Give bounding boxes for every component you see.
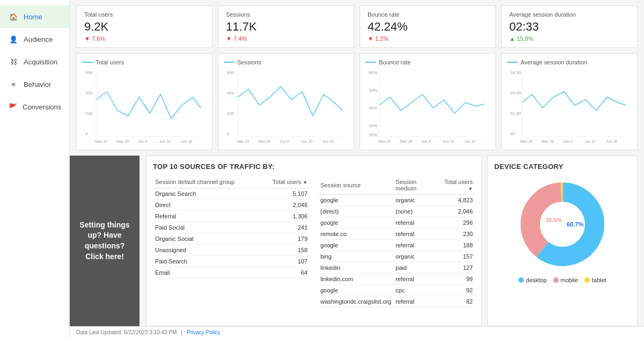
cta-box[interactable]: Setting things up? Have questions? Click… xyxy=(70,156,140,326)
users-cell: 4,823 xyxy=(438,195,475,206)
svg-text:60%: 60% xyxy=(369,70,377,75)
table-row: Organic Search5,107 xyxy=(153,188,310,200)
table-row: Paid Search107 xyxy=(153,256,310,267)
metric-total-users: Total users 9.2K ▼ 7.6% xyxy=(76,5,213,48)
legend-dot-mobile xyxy=(553,277,559,283)
sidebar-item-conversions[interactable]: 🚩 Conversions xyxy=(0,95,69,118)
source-cell: (direct) xyxy=(318,206,393,217)
users-cell: 5,107 xyxy=(260,188,310,200)
sidebar-item-acquisition[interactable]: ⛓ Acquisition xyxy=(0,50,69,73)
behavior-icon: ≡ xyxy=(9,79,18,89)
metric-value-1: 11.7K xyxy=(226,20,346,34)
sidebar-label-behavior: Behavior xyxy=(24,80,51,89)
chart-sessions: Sessions 600 400 200 0 May 23 May 29 Jun… xyxy=(218,53,354,150)
table-row: Paid Social241 xyxy=(153,222,310,233)
source-cell: linkedin.com xyxy=(318,274,393,285)
svg-text:01:30: 01:30 xyxy=(510,111,522,116)
table-row: linkedin.comreferral99 xyxy=(318,274,475,285)
svg-text:20%: 20% xyxy=(369,133,377,137)
users-cell: 230 xyxy=(438,229,475,240)
donut-container: 38.5% 60.7% desktop mobile xyxy=(494,176,631,283)
traffic-title: TOP 10 SOURCES OF TRAFFIC BY: xyxy=(153,163,475,171)
svg-text:Jun 10: Jun 10 xyxy=(443,139,454,143)
acquisition-icon: ⛓ xyxy=(9,57,18,67)
channel-cell: Unassigned xyxy=(153,245,260,256)
svg-text:May 23: May 23 xyxy=(520,139,532,143)
chart-avg-session: Average session duration 04:30 03:00 01:… xyxy=(501,53,638,150)
users-cell: 241 xyxy=(260,222,310,233)
users-cell: 296 xyxy=(438,217,475,229)
sidebar-item-home[interactable]: 🏠 Home xyxy=(0,5,69,28)
col-users-1[interactable]: Total users ▼ xyxy=(260,176,310,188)
col-users-2[interactable]: Total users ▼ xyxy=(438,176,475,195)
table-row: linkedinpaid127 xyxy=(318,262,475,274)
svg-text:04:30: 04:30 xyxy=(510,70,522,75)
table-channel: Session default channel group Total user… xyxy=(153,176,310,307)
users-cell: 64 xyxy=(260,267,310,278)
metric-change-0: ▼ 7.6% xyxy=(84,35,204,42)
svg-text:600: 600 xyxy=(227,70,235,75)
metric-label-2: Bounce rate xyxy=(368,11,488,18)
privacy-link[interactable]: Privacy Policy xyxy=(187,329,220,335)
svg-text:Jun 10: Jun 10 xyxy=(159,139,171,143)
footer-text: Data Last Updated: 6/22/2023 3:10:43 PM xyxy=(76,329,177,335)
table-source: Session source Session medium Total user… xyxy=(318,176,475,307)
medium-cell: referral xyxy=(393,274,438,285)
legend-label-tablet: tablet xyxy=(592,277,606,283)
chart-svg-1: 600 400 200 0 May 23 May 29 Jun 4 Jun 10… xyxy=(224,68,348,143)
col-source: Session source xyxy=(318,176,393,195)
svg-text:May 23: May 23 xyxy=(95,139,107,143)
table-row: Organic Social179 xyxy=(153,233,310,245)
metric-label-0: Total users xyxy=(84,11,204,18)
users-cell: 82 xyxy=(438,296,475,307)
home-icon: 🏠 xyxy=(9,12,18,21)
medium-cell: paid xyxy=(393,262,438,274)
svg-text:Jun 16: Jun 16 xyxy=(606,139,617,143)
table-row: Referral1,306 xyxy=(153,211,310,222)
chart-line-3 xyxy=(507,62,518,63)
users-cell: 127 xyxy=(438,262,475,274)
sidebar-item-behavior[interactable]: ≡ Behavior xyxy=(0,73,69,95)
medium-cell: cpc xyxy=(393,285,438,296)
users-cell: 107 xyxy=(260,256,310,267)
legend-label-mobile: mobile xyxy=(561,277,578,283)
sidebar-item-audience[interactable]: 👤 Audience xyxy=(0,28,69,50)
svg-text:May 29: May 29 xyxy=(541,139,554,143)
users-cell: 179 xyxy=(260,233,310,245)
tables-inner: Session default channel group Total user… xyxy=(153,176,475,307)
source-cell: google xyxy=(318,285,393,296)
users-cell: 99 xyxy=(438,274,475,285)
medium-cell: organic xyxy=(393,195,438,206)
main-content: Total users 9.2K ▼ 7.6% Sessions 11.7K ▼… xyxy=(70,0,644,338)
table-row: remote.coreferral230 xyxy=(318,229,475,240)
svg-text:40%: 40% xyxy=(369,106,377,111)
col-medium: Session medium xyxy=(393,176,438,195)
metric-label-1: Sessions xyxy=(226,11,346,18)
chart-total-users: Total users 600 400 200 0 May 23 May 29 … xyxy=(76,53,213,150)
svg-text:Jun 16: Jun 16 xyxy=(181,139,192,143)
table-row: bingorganic157 xyxy=(318,251,475,262)
traffic-tables: TOP 10 SOURCES OF TRAFFIC BY: Session de… xyxy=(146,156,482,326)
metric-change-3: ▲ 15.8% xyxy=(509,35,630,42)
svg-text:30%: 30% xyxy=(369,123,377,128)
chart-svg-2: 60% 50% 40% 30% 20% May 23 May 29 Jun 4 … xyxy=(365,68,490,143)
table-row: washingtondc.craigslist.orgreferral82 xyxy=(318,296,475,307)
device-section: DEVICE CATEGORY 38.5% 60.7% xyxy=(487,156,638,326)
svg-text:May 23: May 23 xyxy=(378,139,391,143)
legend-mobile: mobile xyxy=(553,277,578,283)
channel-cell: Organic Search xyxy=(153,188,260,200)
charts-row: Total users 600 400 200 0 May 23 May 29 … xyxy=(70,53,644,156)
donut-chart: 38.5% 60.7% xyxy=(509,176,616,273)
svg-text:May 23: May 23 xyxy=(237,139,249,143)
chart-line-1 xyxy=(224,62,235,63)
svg-text:Jun 4: Jun 4 xyxy=(421,139,430,143)
svg-text:Jun 16: Jun 16 xyxy=(323,139,334,143)
metric-change-2: ▼ 1.2% xyxy=(368,35,488,42)
chart-title-3: Average session duration xyxy=(507,59,632,65)
svg-text:Jun 4: Jun 4 xyxy=(563,139,572,143)
svg-text:03:00: 03:00 xyxy=(510,91,522,95)
source-cell: google xyxy=(318,240,393,251)
channel-cell: Email xyxy=(153,267,260,278)
chart-svg-3: 04:30 03:00 01:30 00 May 23 May 29 Jun 4… xyxy=(507,68,632,143)
bottom-section: Setting things up? Have questions? Click… xyxy=(70,156,644,326)
